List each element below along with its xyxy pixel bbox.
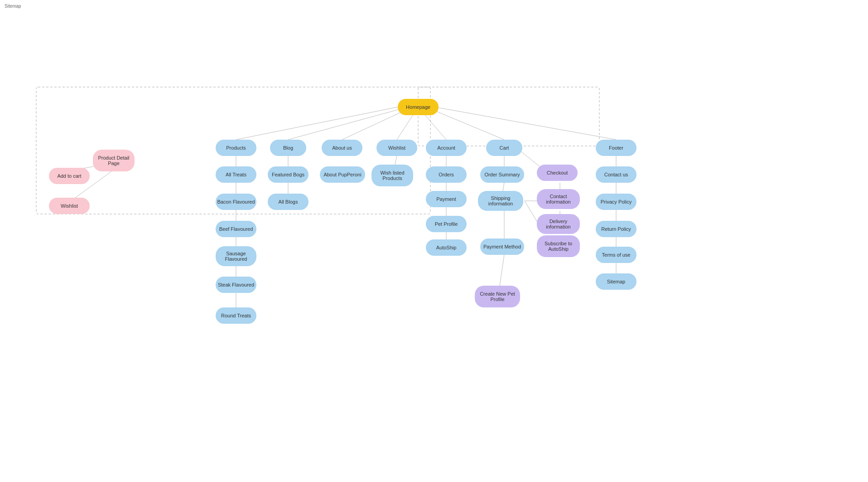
node-autoship[interactable]: AutoShip <box>426 239 467 256</box>
node-contactInfo[interactable]: Contact information <box>537 189 580 209</box>
node-checkout[interactable]: Checkout <box>537 165 578 181</box>
node-roundTreats[interactable]: Round Treats <box>216 307 256 324</box>
node-orderSummary[interactable]: Order Summary <box>480 166 524 183</box>
svg-rect-1 <box>418 87 599 146</box>
node-termsOfUse[interactable]: Terms of use <box>596 247 637 263</box>
node-aboutus[interactable]: About us <box>322 140 362 156</box>
node-footer[interactable]: Footer <box>596 140 637 156</box>
node-products[interactable]: Products <box>216 140 256 156</box>
node-wishlistedProducts[interactable]: Wish listed Products <box>371 165 413 186</box>
svg-line-24 <box>503 183 504 191</box>
svg-line-2 <box>236 107 398 140</box>
node-returnPolicy[interactable]: Return Policy <box>596 221 637 237</box>
node-paymentMethod[interactable]: Payment Method <box>480 239 524 255</box>
node-cart[interactable]: Cart <box>486 140 522 156</box>
node-subscribeAutoship[interactable]: Subscribe to AutoShip <box>537 235 580 257</box>
node-createNewPet[interactable]: Create New Pet Profile <box>475 286 520 307</box>
svg-line-7 <box>426 107 504 140</box>
node-shippingInfo[interactable]: Shipping information <box>478 191 523 211</box>
node-addToCart[interactable]: Add to cart <box>49 168 90 184</box>
node-baconFlavoured[interactable]: Bacon Flavoured <box>216 194 256 210</box>
node-deliveryInfo[interactable]: Delivery information <box>537 214 580 234</box>
node-beefFlavoured[interactable]: Beef Flavoured <box>216 221 256 237</box>
page-label: Sitemap <box>5 4 21 9</box>
svg-line-8 <box>435 107 616 140</box>
node-homepage[interactable]: Homepage <box>398 99 439 115</box>
node-petProfile[interactable]: Pet Profile <box>426 216 467 232</box>
node-sitemap[interactable]: Sitemap <box>596 273 637 290</box>
svg-line-3 <box>288 107 408 140</box>
node-allBlogs[interactable]: All Blogs <box>268 194 309 210</box>
node-orders[interactable]: Orders <box>426 166 467 183</box>
node-contactUs[interactable]: Contact us <box>596 166 637 183</box>
sitemap-container: Sitemap <box>0 0 868 482</box>
node-wishlist[interactable]: Wishlist <box>376 140 417 156</box>
node-payment[interactable]: Payment <box>426 191 467 207</box>
node-aboutPupPeroni[interactable]: About PupPeroni <box>320 166 365 183</box>
node-privacyPolicy[interactable]: Privacy Policy <box>596 194 637 210</box>
node-featuredBogs[interactable]: Featured Bogs <box>268 166 309 183</box>
node-account[interactable]: Account <box>426 140 467 156</box>
node-productDetailPage[interactable]: Product Detail Page <box>93 150 135 171</box>
node-blog[interactable]: Blog <box>270 140 306 156</box>
node-allTreats[interactable]: All Treats <box>216 166 256 183</box>
svg-line-31 <box>500 255 504 286</box>
node-wishlistNode[interactable]: Wishlist <box>49 198 90 214</box>
node-sausageFlavoured[interactable]: Sausage Flavoured <box>216 246 256 266</box>
node-steakFlavoured[interactable]: Steak Flavoured <box>216 277 256 293</box>
